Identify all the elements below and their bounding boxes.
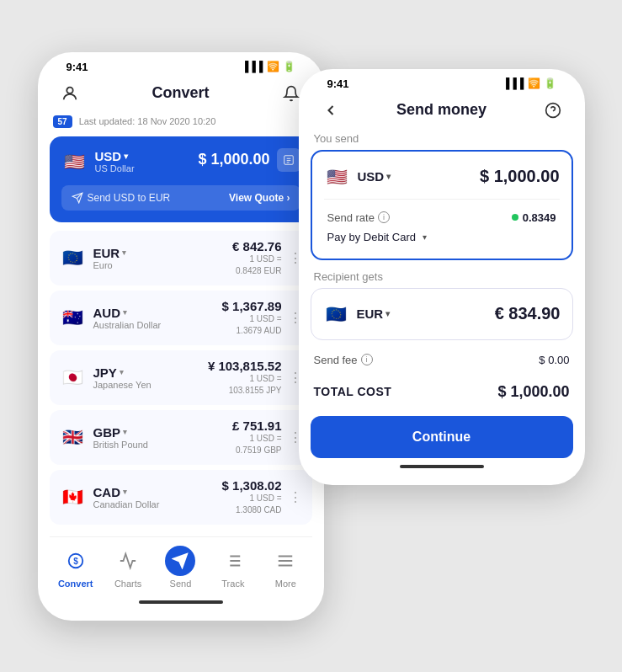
- send-amount: $ 1,000.00: [480, 167, 560, 186]
- recipient-card: 🇪🇺 EUR ▾ € 834.90: [311, 288, 573, 340]
- total-cost-label: TOTAL COST: [314, 385, 392, 398]
- gbp-rate: 1 USD =0.7519 GBP: [232, 433, 281, 456]
- list-item[interactable]: 🇯🇵 JPY ▾ Japanese Yen ¥ 103,815.52 1 USD…: [50, 350, 312, 405]
- gbp-name: British Pound: [93, 440, 148, 450]
- update-badge: 57: [53, 115, 72, 128]
- send-currency-selector[interactable]: USD ▾: [358, 169, 391, 184]
- eur-name: Euro: [93, 260, 127, 270]
- list-item[interactable]: 🇬🇧 GBP ▾ British Pound £ 751.91 1 USD =0…: [50, 410, 312, 465]
- track-nav-icon: [218, 546, 248, 576]
- status-time-1: 9:41: [66, 61, 88, 73]
- cad-name: Canadian Dollar: [93, 499, 160, 509]
- more-nav-label: More: [275, 579, 296, 589]
- send-fee-value: $ 0.00: [539, 354, 569, 366]
- cad-amount: $ 1,308.02: [222, 478, 282, 493]
- home-indicator-1: [139, 600, 223, 604]
- nav-charts[interactable]: Charts: [107, 546, 149, 589]
- send-fee-label: Send fee i: [314, 354, 373, 366]
- aud-flag: 🇦🇺: [60, 304, 87, 331]
- header-2: Send money: [311, 95, 573, 132]
- usd-name: US Dollar: [95, 163, 135, 173]
- fee-info-icon[interactable]: i: [361, 354, 373, 365]
- profile-icon[interactable]: [58, 82, 82, 105]
- cad-code: CAD ▾: [93, 485, 160, 499]
- eur-rate: 1 USD =0.8428 EUR: [232, 253, 281, 277]
- status-bar-1: 9:41 ▐▐▐ 🛜 🔋: [50, 52, 312, 78]
- list-item[interactable]: 🇪🇺 EUR ▾ Euro € 842.76 1 USD =0.8428 EUR…: [50, 231, 312, 285]
- rate-green-dot: [512, 214, 518, 221]
- svg-point-0: [66, 87, 72, 93]
- aud-rate: 1 USD =1.3679 AUD: [222, 313, 282, 337]
- gbp-flag: 🇬🇧: [60, 424, 87, 451]
- status-icons-2: ▐▐▐ 🛜 🔋: [502, 77, 556, 89]
- usd-flag: 🇺🇸: [61, 148, 88, 175]
- send-rate-value: 0.8349: [512, 211, 556, 224]
- svg-marker-10: [173, 553, 188, 568]
- nav-more[interactable]: More: [264, 546, 306, 589]
- signal-icon-2: ▐▐▐: [502, 77, 524, 89]
- home-indicator-2: [400, 465, 484, 468]
- gbp-code: GBP ▾: [93, 425, 148, 440]
- charts-nav-icon: [113, 546, 143, 576]
- more-nav-icon: [270, 546, 300, 576]
- battery-icon-2: 🔋: [544, 77, 556, 89]
- convert-nav-label: Convert: [58, 579, 93, 589]
- track-nav-label: Track: [221, 579, 244, 589]
- aud-amount: $ 1,367.89: [222, 299, 282, 313]
- signal-icon: ▐▐▐: [242, 61, 263, 72]
- last-updated-text: Last updated: 18 Nov 2020 10:20: [79, 116, 216, 126]
- jpy-code: JPY ▾: [93, 365, 152, 380]
- status-time-2: 9:41: [327, 77, 349, 90]
- send-flag: 🇺🇸: [324, 163, 351, 190]
- battery-icon: 🔋: [283, 61, 295, 72]
- nav-send[interactable]: Send: [159, 546, 201, 589]
- recipient-amount: € 834.90: [495, 304, 561, 323]
- svg-rect-1: [284, 155, 293, 164]
- send-fee-row: Send fee i $ 0.00: [311, 350, 573, 370]
- list-item[interactable]: 🇦🇺 AUD ▾ Australian Dollar $ 1,367.89 1 …: [50, 291, 312, 345]
- pay-by-debit-label: Pay by Debit Card: [327, 231, 417, 243]
- send-text: Send USD to EUR: [72, 192, 171, 204]
- view-quote-btn[interactable]: View Quote ›: [229, 192, 290, 204]
- usd-code: USD ▾: [95, 149, 135, 163]
- pay-method-row[interactable]: Pay by Debit Card ▾: [324, 227, 560, 247]
- cad-flag: 🇨🇦: [60, 483, 87, 510]
- send-rate-row: Send rate i 0.8349: [324, 208, 560, 227]
- list-item[interactable]: 🇨🇦 CAD ▾ Canadian Dollar $ 1,308.02 1 US…: [50, 470, 312, 525]
- continue-button[interactable]: Continue: [311, 416, 573, 458]
- help-icon[interactable]: [541, 99, 565, 122]
- aud-code: AUD ▾: [93, 306, 162, 320]
- jpy-flag: 🇯🇵: [60, 364, 87, 391]
- calc-icon[interactable]: [277, 148, 300, 172]
- cad-dots[interactable]: ⋮: [289, 489, 302, 505]
- rate-info-icon[interactable]: i: [378, 211, 390, 223]
- eur-code: EUR ▾: [93, 246, 127, 260]
- status-icons-1: ▐▐▐ 🛜 🔋: [242, 61, 295, 72]
- phone-send-money: 9:41 ▐▐▐ 🛜 🔋 Send money: [299, 69, 585, 485]
- aud-name: Australian Dollar: [93, 320, 162, 330]
- recipient-currency-selector[interactable]: EUR ▾: [357, 307, 391, 321]
- phone-convert: 9:41 ▐▐▐ 🛜 🔋 Convert: [38, 52, 324, 621]
- send-quote-row[interactable]: Send USD to EUR View Quote ›: [61, 185, 300, 211]
- total-cost-value: $ 1,000.00: [497, 383, 569, 401]
- header-1: Convert: [50, 78, 312, 115]
- gbp-amount: £ 751.91: [232, 419, 281, 433]
- jpy-rate: 1 USD =103.8155 JPY: [208, 373, 282, 397]
- nav-track[interactable]: Track: [212, 546, 254, 589]
- main-currency-card[interactable]: 🇺🇸 USD ▾ US Dollar $ 1,000.00: [50, 136, 312, 222]
- total-cost-row: TOTAL COST $ 1,000.00: [311, 370, 573, 409]
- back-icon[interactable]: [319, 99, 343, 122]
- you-send-label: You send: [311, 132, 573, 150]
- wifi-icon: 🛜: [267, 61, 279, 72]
- eur-amount: € 842.76: [232, 239, 281, 253]
- recipient-flag: 🇪🇺: [323, 301, 350, 328]
- send-rate-label: Send rate i: [327, 211, 390, 224]
- send-card: 🇺🇸 USD ▾ $ 1,000.00 Send rate i: [311, 150, 573, 260]
- recipient-gets-label: Recipient gets: [311, 270, 573, 288]
- send-nav-label: Send: [170, 579, 192, 589]
- nav-convert[interactable]: $ Convert: [55, 546, 97, 589]
- jpy-name: Japanese Yen: [93, 380, 152, 390]
- bottom-nav: $ Convert Charts: [50, 536, 312, 594]
- currency-list: 🇪🇺 EUR ▾ Euro € 842.76 1 USD =0.8428 EUR…: [50, 231, 312, 525]
- convert-nav-icon: $: [61, 546, 91, 576]
